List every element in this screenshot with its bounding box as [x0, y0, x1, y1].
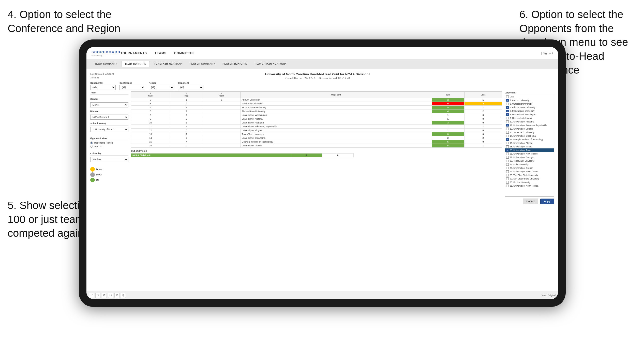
opponent-item[interactable]: 18. University of Illinois: [505, 145, 554, 148]
opponent-item[interactable]: 14. University of Oklahoma: [505, 134, 554, 138]
opponents-select[interactable]: (All): [90, 85, 116, 90]
opponent-item[interactable]: (All): [505, 95, 554, 99]
nav-signout[interactable]: | Sign out: [541, 52, 553, 55]
opp-checkbox: [506, 142, 509, 144]
nav-bar: SCOREBOARD Powered by ... TOURNAMENTS TE…: [86, 47, 558, 59]
opp-item-label: (All): [510, 95, 514, 98]
table-row: 2 1 1 Auburn University 2 1: [131, 98, 502, 102]
col-conf: #Conf: [203, 92, 240, 98]
opponent-item[interactable]: ✓4. Arizona State University: [505, 106, 554, 109]
report-meta: Last Updated: 4/7/2024 16:55:38: [90, 72, 114, 80]
opponent-item[interactable]: ✓2. Auburn University: [505, 99, 554, 102]
opponent-item[interactable]: 12. University of Virginia: [505, 127, 554, 131]
toolbar-copy[interactable]: ⊕: [114, 293, 119, 298]
opponent-item[interactable]: ✓20. University of Texas: [505, 148, 554, 152]
school-select[interactable]: 1. University of Nort...: [90, 127, 128, 132]
cell-conf: [203, 109, 240, 113]
cell-conf: [203, 132, 240, 136]
conference-select[interactable]: (All): [119, 85, 145, 90]
opp-item-label: 4. Arizona State University: [510, 106, 535, 109]
tab-player-h2h-heatmap[interactable]: PLAYER H2H HEATMAP: [252, 61, 289, 66]
region-label: Region: [149, 82, 174, 84]
division2-loss: 0: [322, 154, 353, 157]
toolbar-reset[interactable]: ⟳: [102, 293, 107, 298]
cell-reg: 2: [170, 136, 203, 140]
opponent-item[interactable]: 16. University of Florida: [505, 141, 554, 145]
action-buttons: Cancel Apply: [505, 199, 554, 204]
table-row: NCAA Division II 1 0: [131, 154, 354, 157]
opponent-item[interactable]: ✓11. University of Arkansas, Fayettevill…: [505, 123, 554, 127]
table-row: 15 4 Georgia Institute of Technology 5 0: [131, 140, 502, 144]
cell-reg: 6: [170, 125, 203, 129]
conference-label: Conference: [119, 82, 145, 84]
opponent-item[interactable]: ✓8. University of Washington: [505, 113, 554, 116]
school-section: School (Rank) 1. University of Nort...: [90, 122, 128, 132]
legend-down: Down: [90, 167, 128, 172]
gender-section: Gender Men's: [90, 98, 128, 107]
opponent-item[interactable]: 28. The Ohio State University: [505, 173, 554, 177]
nav-teams[interactable]: TEAMS: [155, 50, 167, 56]
opp-item-label: 2. Auburn University: [510, 99, 529, 102]
opp-checkbox: [506, 181, 509, 184]
tab-team-summary[interactable]: TEAM SUMMARY: [92, 61, 120, 66]
opp-checkbox: [506, 156, 509, 159]
toolbar-undo[interactable]: ↩: [89, 293, 94, 298]
opponent-item[interactable]: 24. Duke University: [505, 163, 554, 166]
data-table: #Rank #Reg #Conf Opponent Win Loss 2 1: [131, 91, 502, 148]
col-win: Win: [432, 92, 464, 98]
opp-checkbox: [506, 120, 509, 123]
opponent-item[interactable]: ✓6. Florida State University: [505, 109, 554, 113]
tab-player-summary[interactable]: PLAYER SUMMARY: [186, 61, 218, 66]
tab-team-h2h-grid[interactable]: TEAM H2H GRID: [121, 61, 149, 67]
radio-group: Opponents Played Top 100: [90, 142, 128, 148]
opponent-item[interactable]: 31. University of North Florida: [505, 184, 554, 188]
division-section: Division NCAA Division I: [90, 110, 128, 120]
toolbar-time[interactable]: ◷: [121, 293, 126, 298]
opponent-item[interactable]: 21. University of New Mexico: [505, 152, 554, 156]
opponent-list[interactable]: (All)✓2. Auburn University3. Vanderbilt …: [505, 95, 554, 197]
opponent-item[interactable]: 13. Texas Tech University: [505, 131, 554, 134]
gender-select[interactable]: Men's: [90, 102, 128, 107]
opponent-item[interactable]: 30. Purdue University: [505, 181, 554, 184]
opponent-item[interactable]: ✓15. Georgia Institute of Technology: [505, 138, 554, 141]
cell-rank: 6: [131, 109, 170, 113]
opponent-item[interactable]: 27. University of Notre Dame: [505, 170, 554, 173]
opponent-select[interactable]: (All): [178, 85, 203, 90]
toolbar-cut[interactable]: ✂: [108, 293, 113, 298]
opp-checkbox: ✓: [506, 106, 509, 109]
cell-loss: 4: [464, 102, 502, 106]
opp-checkbox: [506, 103, 509, 105]
division-select[interactable]: NCAA Division I: [90, 115, 128, 120]
division2-win: 1: [291, 154, 322, 157]
cell-loss: 0: [464, 117, 502, 121]
team-section: Team: [90, 91, 128, 95]
tab-player-h2h-grid[interactable]: PLAYER H2H GRID: [219, 61, 250, 66]
cell-opponent: Vanderbilt University: [240, 102, 432, 106]
cell-reg: 1: [170, 106, 203, 109]
radio-opponents-played[interactable]: Opponents Played: [90, 142, 128, 144]
opp-item-label: 15. Georgia Institute of Technology: [510, 138, 543, 141]
out-of-division-table: NCAA Division II 1 0: [131, 153, 354, 157]
opponent-item[interactable]: 22. University of Georgia: [505, 156, 554, 159]
region-select[interactable]: (All): [149, 85, 174, 90]
opponent-item[interactable]: 10. University of Alabama: [505, 120, 554, 123]
nav-committee[interactable]: COMMITTEE: [174, 50, 195, 56]
toolbar-redo[interactable]: ↪: [95, 293, 100, 298]
cell-win: 1: [432, 117, 464, 121]
opponent-item[interactable]: 25. University of Oregon: [505, 166, 554, 170]
colour-by-select[interactable]: Win/loss: [90, 157, 128, 162]
opponent-item[interactable]: 23. Texas A&M University: [505, 159, 554, 163]
cancel-button[interactable]: Cancel: [523, 199, 538, 204]
nav-tournaments[interactable]: TOURNAMENTS: [121, 50, 147, 56]
opp-item-label: 24. Duke University: [510, 163, 529, 166]
opponent-item[interactable]: 29. San Diego State University: [505, 177, 554, 181]
radio-top100[interactable]: Top 100: [90, 145, 128, 148]
cell-rank: 9: [131, 117, 170, 121]
opp-checkbox: ✓: [506, 138, 509, 141]
tab-team-h2h-heatmap[interactable]: TEAM H2H HEATMAP: [151, 61, 185, 66]
table-area: #Rank #Reg #Conf Opponent Win Loss 2 1: [131, 91, 502, 287]
opponent-item[interactable]: 3. Vanderbilt University: [505, 102, 554, 106]
cell-conf: [203, 140, 240, 144]
apply-button[interactable]: Apply: [540, 199, 554, 204]
opponent-item[interactable]: 9. University of Arizona: [505, 116, 554, 120]
